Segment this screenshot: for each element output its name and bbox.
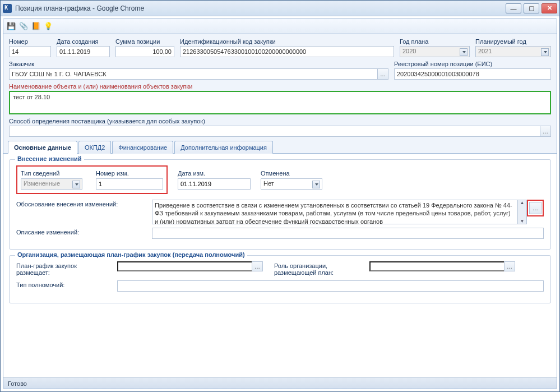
sum-input[interactable]: [115, 46, 174, 57]
change-num-label: Номер изм.: [96, 170, 163, 177]
attach-icon[interactable]: 📎: [19, 22, 28, 31]
customer-input[interactable]: [9, 68, 377, 80]
inner-panel: 💾 📎 📙 💡 Номер Дата создания: [3, 19, 557, 389]
change-num-input[interactable]: [96, 178, 163, 190]
registry-label: Реестровый номер позиции (ЕИС): [394, 61, 551, 67]
org-authtype-label: Тип полномочий:: [16, 280, 106, 288]
year-plan-dropdown[interactable]: 2020: [400, 46, 470, 57]
help-icon[interactable]: 💡: [44, 22, 53, 31]
status-text: Готово: [8, 380, 27, 387]
change-type-dropdown[interactable]: Измененные: [21, 178, 82, 190]
year-planned-dropdown[interactable]: 2021: [475, 46, 551, 57]
created-label: Дата создания: [57, 38, 110, 45]
registry-input[interactable]: [394, 68, 551, 80]
content: Номер Дата создания Сумма позиции И: [3, 34, 557, 377]
changes-fieldset: Внесение изменений Тип сведений Измененн…: [9, 159, 551, 250]
org-plan-label: План-график закупок размещает:: [16, 261, 106, 276]
org-plan-pick-button[interactable]: …: [252, 261, 263, 271]
change-cancel-label: Отменена: [261, 170, 322, 177]
change-cancel-dropdown[interactable]: Нет: [261, 178, 322, 190]
maximize-button[interactable]: ▢: [524, 3, 539, 13]
highlight-reason-button: …: [527, 200, 544, 216]
supplier-method-label: Способ определения поставщика (указывает…: [9, 118, 551, 124]
customer-label: Заказчик: [9, 61, 388, 67]
number-label: Номер: [9, 38, 51, 45]
year-planned-label: Планируемый год: [475, 38, 551, 45]
org-plan-input[interactable]: [117, 261, 252, 271]
year-plan-value: 2020: [402, 48, 416, 54]
ikz-input[interactable]: [180, 46, 394, 57]
minimize-button[interactable]: —: [506, 3, 521, 13]
tab-finance[interactable]: Финансирование: [112, 141, 173, 154]
client-area: 💾 📎 📙 💡 Номер Дата создания: [1, 16, 559, 391]
close-button[interactable]: ✕: [542, 3, 557, 13]
purchase-name-label: Наименование объекта и (или) наименовани…: [9, 83, 551, 90]
titlebar: Позиция плана-графика - Google Chrome — …: [1, 1, 559, 16]
purchase-name-input[interactable]: тест от 28.10: [9, 91, 551, 114]
created-input[interactable]: [57, 46, 110, 57]
header-form: Номер Дата создания Сумма позиции И: [3, 34, 557, 140]
year-plan-label: Год плана: [400, 38, 470, 45]
org-fieldset: Организация, размещающая план-график зак…: [9, 255, 551, 303]
log-icon[interactable]: 📙: [31, 22, 40, 31]
org-legend: Организация, размещающая план-график зак…: [15, 251, 247, 258]
change-desc-label: Описание изменений:: [16, 228, 145, 236]
change-reason-textarea[interactable]: Приведение в соответствие в связи с изме…: [152, 200, 518, 224]
tabs: Основные данные ОКПД2 Финансирование Доп…: [3, 140, 557, 154]
change-date-label: Дата изм.: [178, 170, 251, 177]
change-date-input[interactable]: [178, 178, 251, 190]
tab-body: Внесение изменений Тип сведений Измененн…: [3, 154, 557, 377]
year-planned-value: 2021: [478, 48, 492, 54]
supplier-method-input[interactable]: [9, 126, 540, 137]
customer-pick-button[interactable]: …: [377, 68, 388, 80]
window-title: Позиция плана-графика - Google Chrome: [15, 4, 144, 12]
app-window: Позиция плана-графика - Google Chrome — …: [0, 0, 560, 392]
change-desc-input[interactable]: [152, 228, 544, 239]
change-cancel-value: Нет: [263, 180, 274, 187]
change-type-value: Измененные: [24, 180, 60, 187]
statusbar: Готово: [3, 377, 557, 389]
sum-label: Сумма позиции: [115, 38, 174, 45]
ikz-label: Идентификационный код закупки: [180, 38, 394, 45]
change-type-label: Тип сведений: [21, 170, 82, 177]
tab-main[interactable]: Основные данные: [8, 141, 77, 154]
window-controls: — ▢ ✕: [506, 3, 557, 13]
org-role-input[interactable]: [369, 261, 504, 271]
app-icon: [3, 4, 12, 13]
toolbar: 💾 📎 📙 💡: [3, 19, 557, 34]
textarea-scrollbar[interactable]: ▲▼: [518, 200, 527, 224]
org-role-label: Роль организации, размещающей план:: [274, 261, 358, 276]
org-authtype-input[interactable]: [117, 280, 544, 292]
change-reason-pick-button[interactable]: …: [529, 202, 542, 214]
changes-legend: Внесение изменений: [15, 155, 84, 162]
tab-okpd2[interactable]: ОКПД2: [78, 141, 111, 154]
tab-extra[interactable]: Дополнительная информация: [174, 141, 273, 154]
supplier-pick-button[interactable]: …: [540, 126, 551, 137]
highlight-type-num: Тип сведений Измененные Номер изм.: [16, 165, 168, 194]
save-icon[interactable]: 💾: [7, 22, 16, 31]
change-reason-label: Обоснование внесения изменений:: [16, 200, 145, 207]
number-input[interactable]: [9, 46, 51, 57]
org-role-pick-button[interactable]: …: [504, 261, 515, 271]
